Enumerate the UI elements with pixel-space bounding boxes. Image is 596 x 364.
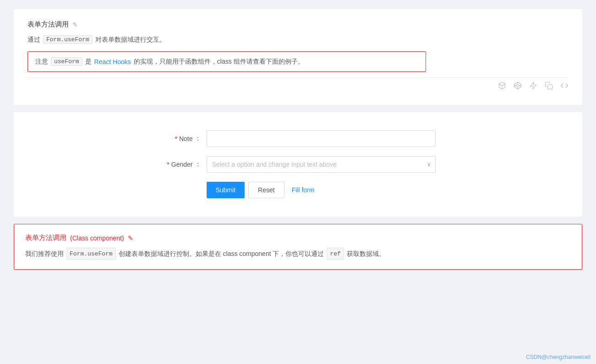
bottom-desc-suffix: 获取数据域。: [347, 248, 385, 260]
form-buttons-row: Submit Reset Fill form: [161, 182, 436, 198]
section-1-desc: 通过 Form.useForm 对表单数据域进行交互。: [27, 35, 569, 44]
codepen-icon[interactable]: [514, 81, 522, 92]
desc-prefix: 通过: [27, 36, 40, 44]
alert-prefix: 注意: [35, 58, 48, 66]
note-label: * Note：: [161, 135, 207, 143]
bottom-edit-icon[interactable]: ✎: [128, 234, 133, 242]
desc-code-tag: Form.useForm: [43, 35, 93, 44]
gender-form-row: * Gender： Select a option and change inp…: [161, 156, 436, 173]
bottom-desc: 我们推荐使用 Form.useForm 创建表单数据域进行控制。如果是在 cla…: [25, 248, 571, 260]
codesandbox-icon[interactable]: [498, 81, 506, 92]
gender-select[interactable]: Select a option and change input text ab…: [207, 156, 436, 173]
alert-code-tag: useForm: [51, 57, 82, 66]
form-inner: * Note： * Gender： Select a option and ch…: [161, 130, 436, 198]
section-bottom: 表单方法调用 (Class component) ✎ 我们推荐使用 Form.u…: [14, 224, 582, 270]
bottom-title-row: 表单方法调用 (Class component) ✎: [25, 234, 571, 242]
section-1: 表单方法调用 ✎ 通过 Form.useForm 对表单数据域进行交互。 注意 …: [14, 9, 582, 105]
bottom-code-tag-2: ref: [327, 248, 344, 260]
react-hooks-link[interactable]: React Hooks: [94, 58, 131, 65]
section-1-title: 表单方法调用: [27, 20, 69, 29]
note-input[interactable]: [207, 130, 436, 147]
toolbar-row: [27, 77, 569, 94]
section-1-title-row: 表单方法调用 ✎: [27, 20, 569, 29]
bottom-desc-prefix: 我们推荐使用: [25, 248, 64, 260]
bottom-code-tag-1: Form.useForm: [66, 248, 116, 260]
alert-link-suffix: 的实现，只能用于函数组件，class 组件请查看下面的例子。: [134, 58, 304, 66]
bottom-sub-title: (Class component): [70, 234, 124, 242]
fill-form-button[interactable]: Fill form: [288, 184, 318, 196]
svg-marker-4: [530, 82, 536, 89]
note-form-row: * Note：: [161, 130, 436, 147]
note-required-star: *: [175, 135, 177, 142]
watermark: CSDN@chengzhanweicell: [526, 354, 591, 360]
gender-label-text: Gender: [171, 161, 193, 168]
bottom-desc-middle: 创建表单数据域进行控制。如果是在 class component 下，你也可以通…: [119, 248, 324, 260]
svg-rect-5: [548, 85, 552, 89]
bottom-main-title: 表单方法调用: [25, 234, 66, 242]
reset-button[interactable]: Reset: [248, 182, 284, 198]
alert-box: 注意 useForm 是 React Hooks 的实现，只能用于函数组件，cl…: [27, 51, 426, 72]
edit-icon[interactable]: ✎: [72, 21, 78, 28]
form-demo-section: * Note： * Gender： Select a option and ch…: [14, 112, 582, 217]
gender-select-wrapper: Select a option and change input text ab…: [207, 156, 436, 173]
submit-button[interactable]: Submit: [207, 182, 245, 198]
alert-middle: 是: [85, 58, 92, 66]
desc-suffix: 对表单数据域进行交互。: [95, 36, 166, 44]
gender-required-star: *: [167, 161, 169, 168]
gender-label: * Gender：: [161, 160, 207, 168]
note-label-text: Note: [179, 135, 193, 142]
lightning-icon[interactable]: [529, 81, 537, 92]
code-icon[interactable]: [560, 81, 569, 92]
copy-icon[interactable]: [545, 81, 553, 92]
